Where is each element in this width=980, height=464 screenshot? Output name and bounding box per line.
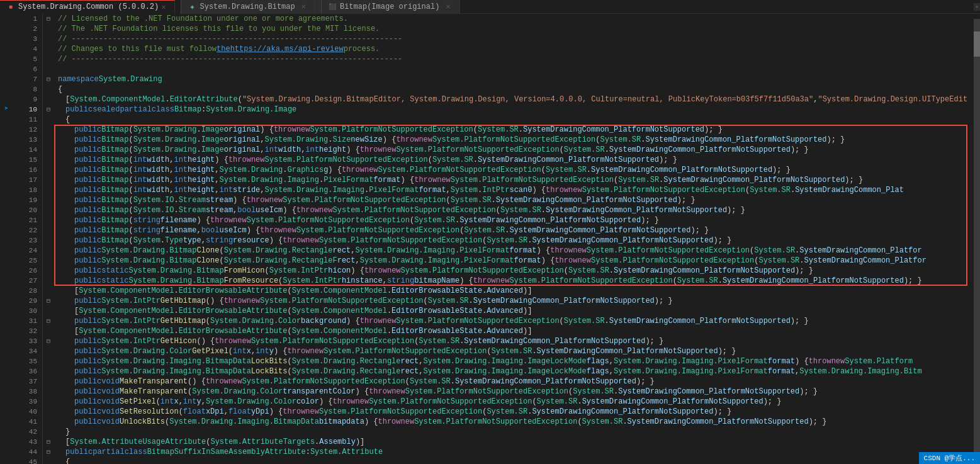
code-line-26: public static System.Drawing.Bitmap From… [57,266,974,276]
line-num-8: 8 [15,84,37,94]
gutter-line-6 [0,64,13,74]
line-num-5: 5 [15,54,37,64]
code-line-21: public Bitmap(string filename) { throw n… [57,215,974,225]
gutter-6 [43,64,54,74]
attr-9: [ [65,94,70,105]
tab-bitmap-image[interactable]: ⬛ Bitmap(Image original) ✕ [322,0,460,14]
code-line-14: public Bitmap(System.Drawing.Image origi… [57,145,974,155]
gutter-line-43 [0,434,13,444]
line-num-14: 14 [15,145,37,155]
gutter-38 [43,387,54,397]
gutter-21 [43,215,54,225]
gutter-line-23 [0,234,13,244]
gutter-41 [43,417,54,427]
line-num-43: 43 [15,437,37,447]
gutter-line-45 [0,454,13,464]
gutter-35 [43,356,54,366]
vertical-scrollbar[interactable] [974,14,980,464]
code-line-30: [System.ComponentModel.EditorBrowsableAt… [57,306,974,316]
collapse-33[interactable]: ⊟ [43,336,54,346]
line-num-24: 24 [15,246,37,256]
tab-system-drawing-bitmap[interactable]: ◈ System.Drawing.Bitmap ✕ [181,0,315,14]
file-icon: ■ [6,3,15,11]
gutter-4 [43,44,54,54]
line-num-42: 42 [15,427,37,437]
line-num-26: 26 [15,266,37,276]
comment-2: // The .NET Foundation licenses this fil… [58,24,380,34]
collapse-29[interactable]: ⊟ [43,296,54,306]
link-api-review[interactable]: the [217,44,230,54]
gutter-line-14 [0,144,13,154]
collapse-43[interactable]: ⊟ [43,437,54,447]
gutter-42 [43,427,54,437]
scrollbar-top [974,14,980,19]
line-num-2: 2 [15,24,37,34]
gutter-13 [43,135,54,145]
line-num-33: 33 [15,336,37,346]
code-line-17: public Bitmap(int width, int height, Sys… [57,175,974,185]
line-num-31: 31 [15,316,37,326]
gutter-line-25 [0,254,13,264]
code-line-32: [System.ComponentModel.EditorBrowsableAt… [57,326,974,336]
gutter-45 [43,457,54,464]
line-num-40: 40 [15,407,37,417]
line-num-17: 17 [15,175,37,185]
gutter-line-39 [0,394,13,404]
gutter-line-26 [0,264,13,274]
code-line-40: public void SetResolution(float xDpi, fl… [57,407,974,417]
line-num-22: 22 [15,225,37,235]
gutter-line-19 [0,194,13,204]
gutter-line-15 [0,154,13,164]
comment-4a: // Changes to this file must follow [58,44,217,54]
line-num-27: 27 [15,276,37,286]
gutter-line-2 [0,24,13,34]
gutter-line-16 [0,164,13,174]
link-url[interactable]: https://aka.ms/api-review [230,44,344,54]
code-line-5: // -------------------------------------… [57,54,974,64]
gutter-line-13 [0,134,13,144]
collapse-1[interactable]: ⊟ [43,14,54,24]
gutter-11 [43,115,54,125]
kw-class: class [152,105,174,115]
title-bar: ■ System.Drawing.Common (5.0.0.2) ✕ ◈ Sy… [0,0,980,14]
line-num-16: 16 [15,165,37,175]
dot-9: . [165,94,169,105]
type-system-drawing: System.Drawing [99,74,162,84]
code-line-23: public Bitmap(System.Type type, string r… [57,235,974,246]
highlight-wrapper: public Bitmap(System.Drawing.Image origi… [57,125,974,286]
code-line-44: public partial class BitmapSuffixInSameA… [57,447,974,457]
gutter-36 [43,366,54,376]
collapse-31[interactable]: ⊟ [43,316,54,326]
collapse-44[interactable]: ⊟ [43,447,54,457]
line-num-29: 29 [15,296,37,306]
code-line-45: { [57,457,974,464]
breakpoint-indicator: ➤ [0,104,13,114]
scrollbar-thumb[interactable] [974,31,980,57]
tab-label-2: System.Drawing.Bitmap [200,3,295,11]
brace-11: { [65,115,70,125]
code-line-42: } [57,427,974,437]
kw-sealed: sealed [93,105,120,115]
gutter-28 [43,286,54,296]
collapse-7[interactable]: ⊟ [43,74,54,84]
gutter-line-33 [0,334,13,344]
gutter-line-40 [0,404,13,414]
line-num-13: 13 [15,135,37,145]
line-num-34: 34 [15,346,37,356]
code-editor[interactable]: // Licensed to the .NET Foundation under… [54,14,974,464]
line-num-25: 25 [15,256,37,266]
line-num-41: 41 [15,417,37,427]
gutter-line-42 [0,424,13,434]
collapse-10[interactable]: ⊟ [43,105,54,115]
line-num-30: 30 [15,306,37,316]
line-num-44: 44 [15,447,37,457]
kw-namespace: namespace [58,74,99,84]
gutter-37 [43,376,54,387]
tab-label-1: System.Drawing.Common (5.0.0.2) [18,3,159,11]
scroll-right-icon[interactable]: ▾ [974,3,980,11]
gutter-15 [43,155,54,165]
gutter-30 [43,306,54,316]
gutter-line-18 [0,184,13,194]
brace-8: { [58,84,62,94]
tab-system-drawing-common[interactable]: ■ System.Drawing.Common (5.0.0.2) ✕ [0,0,175,14]
